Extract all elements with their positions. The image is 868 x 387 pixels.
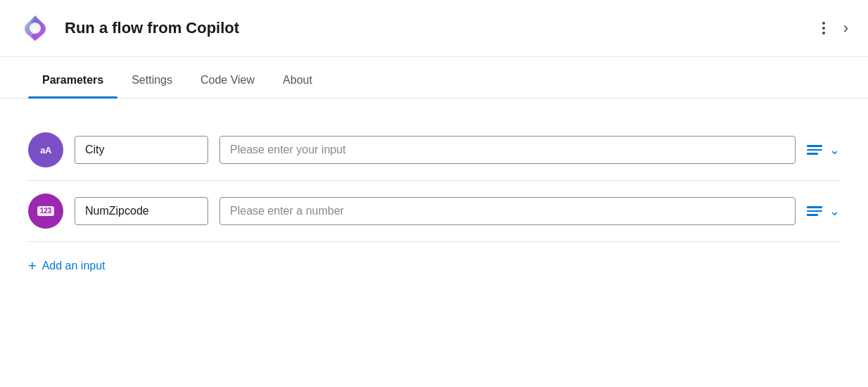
tab-about[interactable]: About xyxy=(269,63,326,98)
add-input-button[interactable]: + Add an input xyxy=(28,259,106,273)
menu-icon-numzipcode[interactable] xyxy=(807,206,822,216)
header-actions: › xyxy=(819,16,851,40)
menu-line xyxy=(807,149,822,151)
menu-line xyxy=(807,214,818,216)
app-logo xyxy=(17,10,53,46)
app-header: Run a flow from Copilot › xyxy=(0,0,868,57)
param-name-city: City xyxy=(75,136,208,164)
row-actions-city: ⌄ xyxy=(807,142,840,158)
page-title: Run a flow from Copilot xyxy=(65,19,819,37)
row-actions-numzipcode: ⌄ xyxy=(807,203,840,219)
avatar-city: aA xyxy=(28,132,63,167)
param-input-numzipcode[interactable] xyxy=(219,197,796,225)
param-name-numzipcode: NumZipcode xyxy=(75,197,208,225)
param-row-numzipcode: 123 NumZipcode ⌄ xyxy=(28,181,840,242)
menu-line xyxy=(807,210,822,212)
tab-parameters[interactable]: Parameters xyxy=(28,63,117,98)
menu-line xyxy=(807,206,822,208)
vertical-dots-icon xyxy=(822,22,825,34)
menu-icon-city[interactable] xyxy=(807,145,822,155)
chevron-down-icon-numzipcode[interactable]: ⌄ xyxy=(829,203,840,219)
parameters-content: aA City ⌄ 123 NumZipcode ⌄ xyxy=(0,99,868,294)
plus-icon: + xyxy=(28,259,37,273)
tab-bar: Parameters Settings Code View About xyxy=(0,63,868,99)
chevron-down-icon-city[interactable]: ⌄ xyxy=(829,142,840,158)
menu-line xyxy=(807,145,822,147)
avatar-numzipcode: 123 xyxy=(28,194,63,229)
param-row-city: aA City ⌄ xyxy=(28,120,840,181)
tab-settings[interactable]: Settings xyxy=(117,63,186,98)
more-options-button[interactable] xyxy=(819,19,828,37)
tab-code-view[interactable]: Code View xyxy=(186,63,269,98)
num-icon-label: 123 xyxy=(37,206,55,216)
param-input-city[interactable] xyxy=(219,136,796,164)
menu-line xyxy=(807,153,818,155)
collapse-panel-button[interactable]: › xyxy=(841,16,851,40)
num-icon: 123 xyxy=(37,206,55,216)
add-input-label: Add an input xyxy=(42,260,106,272)
avatar-city-initials: aA xyxy=(40,145,51,156)
